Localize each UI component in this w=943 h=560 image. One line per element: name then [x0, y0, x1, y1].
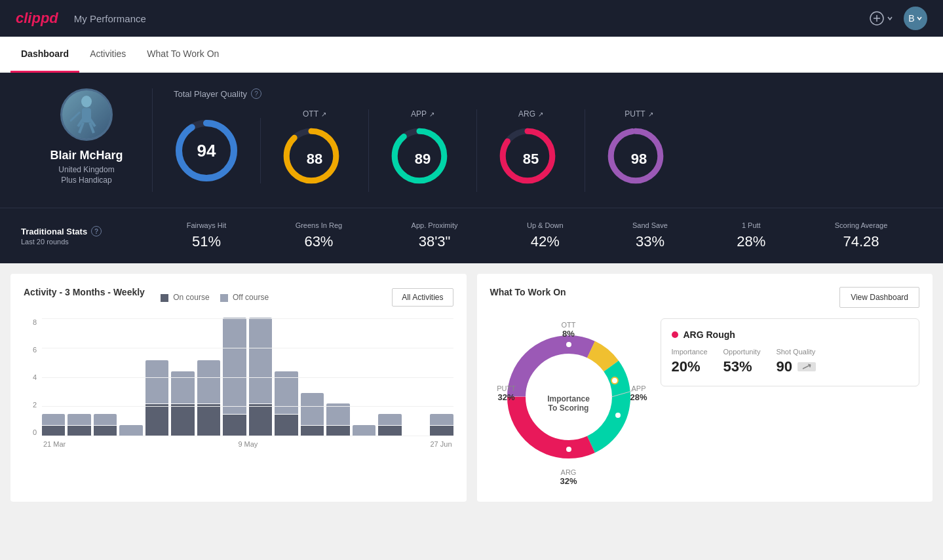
stat-updown-label: Up & Down	[527, 221, 564, 229]
stats-label-col: Traditional Stats ? Last 20 rounds	[21, 226, 152, 246]
metric-shot-quality-value: 90	[776, 358, 792, 375]
stats-label: Traditional Stats ?	[21, 226, 152, 236]
header-left: clippd My Performance	[16, 10, 146, 27]
bottom-section: Activity - 3 Months - Weekly On course O…	[0, 263, 943, 512]
chart-inner: 8 6 4 2 0 21 Mar	[24, 318, 453, 462]
stat-fairways-value: 51%	[192, 233, 221, 250]
ott-ring-item: OTT ↗ 88	[261, 109, 369, 192]
app-arrow-icon: ↗	[429, 111, 434, 118]
svg-point-26	[566, 341, 572, 348]
metric-importance-label: Importance	[672, 348, 708, 356]
legend-off-course-dot	[220, 294, 228, 302]
wtwo-card-header: ARG Rough	[672, 329, 909, 340]
grid-line	[42, 406, 453, 407]
player-handicap: Plus Handicap	[61, 176, 111, 185]
svg-point-27	[611, 377, 618, 384]
ott-label: OTT ↗	[303, 109, 326, 119]
avatar-chevron-icon	[916, 15, 923, 22]
stat-sandsave-label: Sand Save	[632, 221, 668, 229]
app-label: APP ↗	[411, 109, 434, 119]
arg-score: 85	[523, 151, 539, 168]
chart-y-labels: 8 6 4 2 0	[24, 318, 37, 436]
stats-help-icon[interactable]: ?	[91, 226, 102, 236]
wtwo-title: What To Work On	[490, 287, 566, 297]
stat-scoring-label: Scoring Average	[835, 221, 888, 229]
wtwo-panel: What To Work On View Dashboard	[477, 274, 933, 502]
svg-point-3	[81, 96, 92, 107]
wtwo-content: OTT 8% APP 28% ARG 32% PUTT 32% Importa	[490, 318, 920, 489]
app-donut-label: APP 28%	[630, 384, 647, 402]
chart-title: Activity - 3 Months - Weekly	[24, 287, 145, 297]
putt-donut-label: PUTT 32%	[490, 384, 523, 402]
wtwo-card: ARG Rough Importance 20% Opportunity 53%…	[661, 318, 920, 386]
player-country: United Kingdom	[58, 165, 114, 174]
stat-scoring: Scoring Average 74.28	[835, 221, 888, 250]
stats-sublabel: Last 20 rounds	[21, 238, 152, 246]
stat-sandsave: Sand Save 33%	[632, 221, 668, 250]
tpq-label: Total Player Quality ?	[174, 88, 922, 99]
putt-arrow-icon: ↗	[648, 111, 653, 118]
svg-point-28	[615, 412, 621, 419]
activity-panel: Activity - 3 Months - Weekly On course O…	[10, 274, 467, 502]
stat-proximity: App. Proximity 38'3"	[412, 221, 458, 250]
chart-grid	[42, 318, 453, 436]
shot-quality-indicator	[798, 362, 816, 371]
chevron-down-icon	[887, 15, 893, 22]
tabs-bar: Dashboard Activities What To Work On	[0, 37, 943, 73]
putt-score: 98	[631, 151, 647, 168]
metric-importance-value: 20%	[672, 358, 708, 375]
svg-line-9	[70, 112, 80, 121]
ott-donut-label: OTT 8%	[562, 321, 576, 339]
main-score: 94	[197, 141, 216, 161]
stat-greens-value: 63%	[304, 233, 333, 250]
tab-activities[interactable]: Activities	[79, 37, 136, 73]
all-activities-button[interactable]: All Activities	[392, 288, 453, 307]
arg-ring-item: ARG ↗ 85	[477, 109, 585, 192]
stat-1putt-label: 1 Putt	[742, 221, 761, 229]
logo: clippd	[16, 10, 58, 27]
add-button[interactable]	[870, 11, 893, 26]
player-avatar	[60, 88, 113, 141]
rings-row: 94 OTT ↗ 88 AP	[174, 109, 922, 192]
legend-on-course: On course	[161, 293, 210, 302]
metric-shot-quality-row: 90	[776, 358, 815, 375]
avatar[interactable]: B	[904, 7, 927, 30]
traditional-stats-row: Traditional Stats ? Last 20 rounds Fairw…	[0, 208, 943, 263]
metric-opportunity: Opportunity 53%	[723, 348, 761, 375]
player-banner: Blair McHarg United Kingdom Plus Handica…	[0, 73, 943, 208]
ott-arrow-icon: ↗	[321, 111, 326, 118]
avatar-image	[62, 90, 111, 139]
tab-what-to-work-on[interactable]: What To Work On	[136, 37, 229, 73]
metric-importance: Importance 20%	[672, 348, 708, 375]
ott-score: 88	[307, 151, 322, 168]
chart-header: Activity - 3 Months - Weekly On course O…	[24, 287, 453, 308]
stat-proximity-value: 38'3"	[419, 233, 451, 250]
arg-donut-label: ARG 32%	[560, 468, 577, 486]
tpq-help-icon[interactable]: ?	[251, 88, 261, 99]
stat-updown: Up & Down 42%	[527, 221, 564, 250]
stat-greens-label: Greens In Reg	[296, 221, 343, 229]
donut-area: OTT 8% APP 28% ARG 32% PUTT 32% Importa	[490, 318, 647, 489]
metric-shot-quality-label: Shot Quality	[776, 348, 815, 356]
main-ring-item: 94	[174, 118, 261, 183]
grid-line	[42, 377, 453, 378]
chart-area: 8 6 4 2 0 21 Mar	[24, 318, 453, 462]
stat-proximity-label: App. Proximity	[412, 221, 458, 229]
header: clippd My Performance B	[0, 0, 943, 37]
stat-updown-value: 42%	[531, 233, 560, 250]
metric-shot-quality: Shot Quality 90	[776, 348, 815, 375]
scores-section: Total Player Quality ? 94 OTT ↗	[152, 88, 922, 192]
app-ring-item: APP ↗ 89	[369, 109, 477, 192]
app-ring: 89	[390, 126, 455, 192]
plus-circle-icon	[870, 11, 884, 26]
avatar-initial: B	[908, 13, 914, 24]
stat-sandsave-value: 33%	[636, 233, 664, 250]
shot-quality-icon	[801, 364, 812, 370]
ott-ring: 88	[282, 126, 347, 192]
wtwo-header: What To Work On View Dashboard	[490, 287, 920, 308]
view-dashboard-button[interactable]: View Dashboard	[839, 287, 919, 308]
stats-items: Fairways Hit 51% Greens In Reg 63% App. …	[152, 221, 922, 250]
wtwo-metrics: Importance 20% Opportunity 53% Shot Qual…	[672, 348, 909, 375]
tab-dashboard[interactable]: Dashboard	[10, 37, 79, 73]
main-ring: 94	[174, 118, 239, 183]
